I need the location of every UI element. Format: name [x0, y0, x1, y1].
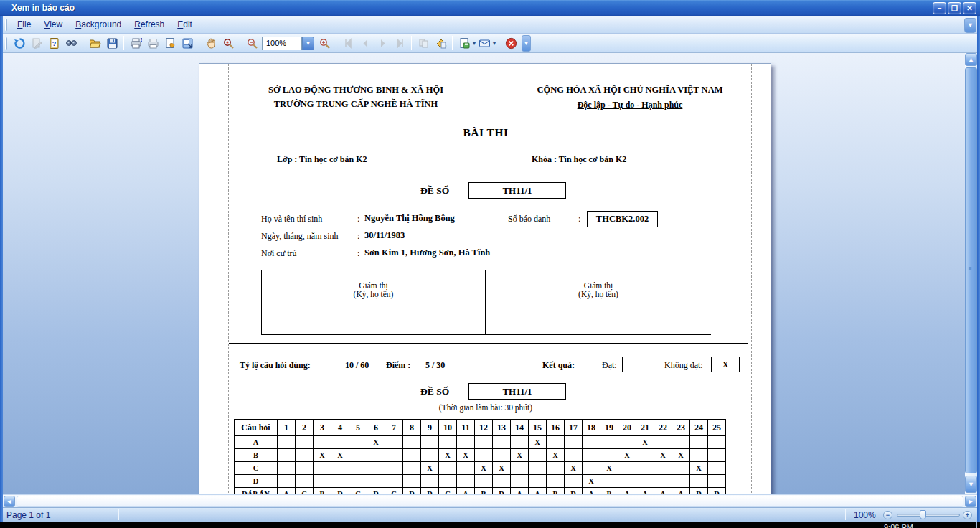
print-icon[interactable]: [145, 35, 161, 51]
field-label: Ngày, tháng, năm sinh: [261, 231, 339, 242]
grid-cell: B: [600, 488, 618, 495]
field-label: Họ và tên thí sinh: [261, 214, 322, 225]
vertical-scrollbar-thumb[interactable]: ≡: [965, 67, 977, 473]
scroll-left-icon[interactable]: ◄: [4, 496, 15, 507]
grid-cell: 9: [421, 420, 439, 436]
grid-cell: [511, 475, 529, 488]
grid-cell: [278, 449, 296, 462]
course-line: Khóa : Tin học cơ bản K2: [532, 154, 626, 165]
grid-cell: D: [565, 488, 583, 495]
grid-cell: [385, 462, 403, 475]
grid-cell: [296, 449, 314, 462]
restore-button[interactable]: ❐: [948, 2, 961, 14]
prev-page-icon[interactable]: [357, 35, 373, 51]
menubar-overflow-chevron-icon[interactable]: ▼: [964, 18, 976, 33]
grid-cell: [331, 462, 349, 475]
table-row: AXXX: [235, 436, 726, 449]
zoom-slider-plus-icon[interactable]: +: [963, 511, 972, 519]
grid-cell: [672, 462, 690, 475]
zoom-dropdown-chevron-icon[interactable]: ▼: [302, 37, 314, 50]
save-icon[interactable]: [104, 35, 120, 51]
grid-cell: D: [708, 488, 726, 495]
grid-cell: 11: [457, 420, 475, 436]
grid-cell: 3: [314, 420, 331, 436]
org-right-line2: Độc lập - Tự do - Hạnh phúc: [522, 100, 738, 110]
grid-cell: [367, 475, 385, 488]
zoom-in-icon[interactable]: [316, 35, 332, 51]
minimize-button[interactable]: –: [933, 2, 946, 14]
email-dropdown-chevron-icon[interactable]: ▾: [493, 40, 496, 47]
refresh-icon[interactable]: [11, 35, 27, 51]
last-page-icon[interactable]: [392, 35, 407, 51]
toolbar-overflow-chevron-icon[interactable]: ▼: [522, 35, 531, 52]
menu-file[interactable]: File: [11, 16, 37, 32]
menu-background[interactable]: Background: [69, 16, 128, 32]
window-border-left: [0, 16, 3, 522]
zoom-slider-minus-icon[interactable]: −: [883, 511, 892, 519]
grid-cell: [565, 436, 583, 449]
scroll-right-icon[interactable]: ►: [965, 496, 976, 507]
scroll-up-icon[interactable]: ▲: [965, 53, 977, 66]
grid-cell: [654, 475, 672, 488]
watermark-icon[interactable]: [415, 35, 431, 51]
properties-icon[interactable]: ?: [46, 35, 62, 51]
table-row: BXXXXXXXXX: [235, 449, 726, 462]
horizontal-scrollbar-thumb[interactable]: [17, 496, 963, 507]
grid-cell: 15: [529, 420, 547, 436]
grid-cell: [493, 475, 511, 488]
grid-cell: 23: [672, 420, 690, 436]
grid-cell: 18: [583, 420, 600, 436]
export-dropdown-chevron-icon[interactable]: ▾: [473, 40, 476, 47]
background-fill-icon[interactable]: [433, 35, 448, 51]
zoom-slider-thumb[interactable]: [920, 510, 926, 519]
scroll-down-icon[interactable]: ▼: [965, 476, 977, 493]
menu-view[interactable]: View: [37, 16, 69, 32]
preview-area[interactable]: SỞ LAO ĐỘNG THƯƠNG BINH & XÃ HỘI TRƯỜNG …: [3, 53, 965, 494]
zoom-slider-track[interactable]: [897, 514, 960, 517]
field-label: Nơi cư trú: [261, 248, 297, 259]
grid-cell: 24: [690, 420, 708, 436]
document-page: SỞ LAO ĐỘNG THƯƠNG BINH & XÃ HỘI TRƯỜNG …: [199, 63, 771, 494]
grid-cell: [529, 462, 547, 475]
grid-cell: [547, 475, 565, 488]
menu-edit[interactable]: Edit: [171, 16, 199, 32]
close-button[interactable]: ✕: [963, 2, 976, 14]
find-icon[interactable]: [63, 35, 79, 51]
email-icon[interactable]: [476, 35, 492, 51]
grid-cell: A: [654, 488, 672, 495]
toolbar: ? ?: [3, 34, 977, 53]
table-row: DX: [235, 475, 726, 488]
print-dialog-icon[interactable]: ?: [128, 35, 143, 51]
pan-hand-icon[interactable]: [203, 35, 219, 51]
menu-refresh[interactable]: Refresh: [128, 16, 171, 32]
grid-cell: 8: [403, 420, 421, 436]
grid-cell: [421, 475, 439, 488]
statusbar: Page 1 of 1 100% − +: [0, 507, 980, 522]
grid-cell: [583, 436, 600, 449]
next-page-icon[interactable]: [374, 35, 390, 51]
edit-page-icon[interactable]: [29, 35, 44, 51]
open-icon[interactable]: [87, 35, 103, 51]
field-colon: :: [357, 231, 359, 242]
grid-cell: A: [636, 488, 654, 495]
table-row: ĐÁP ÁNACBDCDCDDCABDAABDABAAAADD: [235, 488, 726, 495]
grid-cell: [583, 462, 600, 475]
grid-cell: [296, 475, 314, 488]
zoom-out-icon[interactable]: [244, 35, 260, 51]
page-setup-icon[interactable]: [162, 35, 178, 51]
result-label: Kết quả:: [542, 360, 575, 371]
horizontal-scrollbar[interactable]: ◄ ►: [3, 494, 977, 507]
vertical-scrollbar[interactable]: ▲ ≡ ▼: [965, 53, 977, 494]
grid-cell: C: [349, 488, 367, 495]
grid-cell: 22: [654, 420, 672, 436]
grid-cell: [636, 449, 654, 462]
zoom-level-value[interactable]: 100%: [262, 37, 302, 50]
close-preview-icon[interactable]: [503, 35, 519, 51]
grid-cell: [331, 475, 349, 488]
grid-cell: C: [385, 488, 403, 495]
export-save-icon[interactable]: [456, 35, 472, 51]
zoom-tool-icon[interactable]: [220, 35, 236, 51]
shrink-to-fit-icon[interactable]: [179, 35, 195, 51]
row-label: D: [235, 475, 278, 488]
first-page-icon[interactable]: [340, 35, 356, 51]
